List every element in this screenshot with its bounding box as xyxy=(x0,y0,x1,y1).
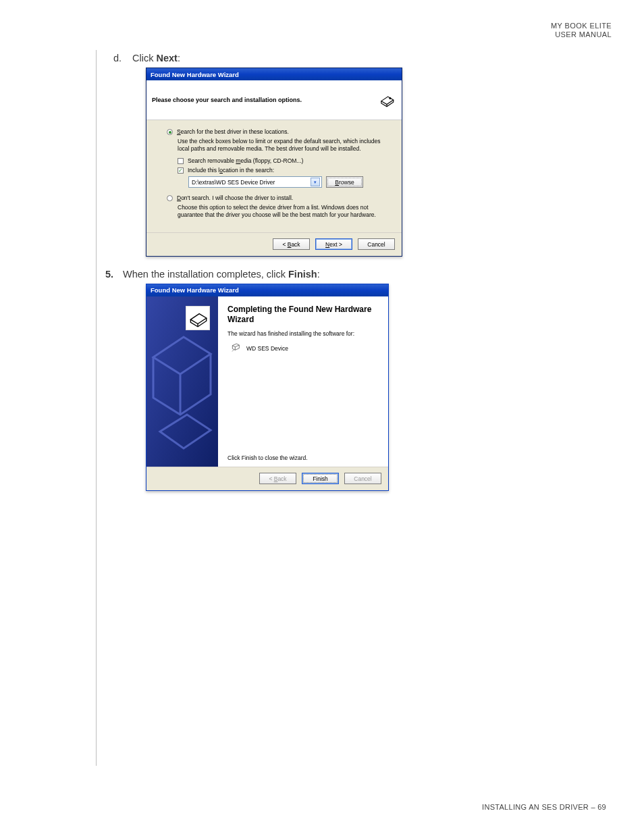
wizard-dialog-1: Found New Hardware Wizard Please choose … xyxy=(146,68,402,257)
cancel-button[interactable]: Cancel xyxy=(358,238,395,250)
dialog-header-panel: Please choose your search and installati… xyxy=(146,80,402,120)
cancel-button: Cancel xyxy=(344,473,381,484)
location-path-value: D:\extras\WD SES Device Driver xyxy=(192,179,275,186)
checkbox-removable-media[interactable]: Search removable media (floppy, CD-ROM..… xyxy=(178,157,381,164)
wizard-right-panel: Completing the Found New Hardware Wizard… xyxy=(218,296,388,467)
back-button: < Back xyxy=(259,473,296,484)
step-5-marker: 5. xyxy=(95,269,113,280)
content-column: d. Click Next: Found New Hardware Wizard… xyxy=(113,53,599,503)
dialog-titlebar: Found New Hardware Wizard xyxy=(146,284,388,296)
next-button[interactable]: Next > xyxy=(315,238,352,250)
drive-icon xyxy=(230,342,241,355)
location-path-combo[interactable]: D:\extras\WD SES Device Driver ▾ xyxy=(188,176,322,188)
installed-device-row: WD SES Device xyxy=(230,342,380,355)
screenshot-2: Found New Hardware Wizard xyxy=(146,284,599,491)
completion-instruction: Click Finish to close the wizard. xyxy=(227,454,380,461)
page-footer: INSTALLING AN SES DRIVER – 69 xyxy=(482,803,606,811)
location-path-row: D:\extras\WD SES Device Driver ▾ Browse xyxy=(188,176,381,188)
dialog-subtitle: Please choose your search and installati… xyxy=(152,97,302,103)
completion-heading: Completing the Found New Hardware Wizard xyxy=(227,305,380,325)
checkbox-include-location[interactable]: ✓ Include this location in the search: xyxy=(178,167,381,174)
completion-line: The wizard has finished installing the s… xyxy=(227,330,380,337)
step-5-text: When the installation completes, click F… xyxy=(123,269,320,280)
finish-button[interactable]: Finish xyxy=(302,473,339,484)
step-d: d. Click Next: xyxy=(113,53,599,63)
device-icon xyxy=(186,306,210,330)
radio-icon xyxy=(167,195,173,201)
dialog-titlebar: Found New Hardware Wizard xyxy=(146,68,402,80)
radio2-help-text: Choose this option to select the device … xyxy=(178,204,381,218)
margin-rule xyxy=(96,50,97,766)
step-5: 5. When the installation completes, clic… xyxy=(95,269,599,280)
radio-icon xyxy=(167,129,173,135)
document-header: MY BOOK ELITE USER MANUAL xyxy=(551,22,612,38)
manual-page: MY BOOK ELITE USER MANUAL d. Click Next:… xyxy=(0,0,644,834)
step-d-text: Click Next: xyxy=(132,53,180,63)
dialog-footer: < Back Next > Cancel xyxy=(146,232,402,256)
dialog-body: Search for the best driver in these loca… xyxy=(146,120,402,232)
wizard-dialog-2: Found New Hardware Wizard xyxy=(146,284,389,491)
checkbox-icon: ✓ xyxy=(178,167,184,174)
dialog-title: Found New Hardware Wizard xyxy=(151,286,239,294)
radio1-help-text: Use the check boxes below to limit or ex… xyxy=(178,138,381,152)
chevron-down-icon[interactable]: ▾ xyxy=(311,178,320,186)
device-icon xyxy=(377,90,396,109)
step-d-marker: d. xyxy=(113,53,132,63)
wizard-side-graphic xyxy=(146,296,218,467)
radio-search-locations[interactable]: Search for the best driver in these loca… xyxy=(167,128,381,135)
header-line2: USER MANUAL xyxy=(551,30,612,39)
svg-point-0 xyxy=(390,98,391,99)
dialog-title: Found New Hardware Wizard xyxy=(151,71,239,78)
installed-device-name: WD SES Device xyxy=(246,345,288,352)
dialog-footer: < Back Finish Cancel xyxy=(146,467,388,490)
footer-text: INSTALLING AN SES DRIVER – 69 xyxy=(482,803,606,811)
back-button[interactable]: < Back xyxy=(273,238,310,250)
checkbox-icon xyxy=(178,158,184,164)
header-line1: MY BOOK ELITE xyxy=(551,22,612,30)
screenshot-1: Found New Hardware Wizard Please choose … xyxy=(146,68,599,257)
browse-button[interactable]: Browse xyxy=(326,176,363,188)
radio-dont-search[interactable]: Don't search. I will choose the driver t… xyxy=(167,194,381,201)
dialog-body: Completing the Found New Hardware Wizard… xyxy=(146,296,388,467)
